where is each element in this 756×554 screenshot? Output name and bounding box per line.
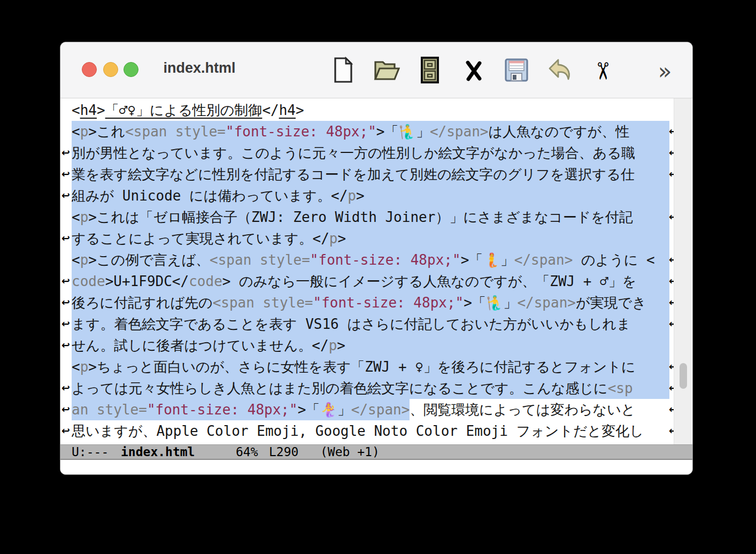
wrap-continuation-left-icon: ↩ xyxy=(61,399,70,420)
buffer-line[interactable]: ↩ます。着色絵文字であることを表す VS16 はさらに付記しておいた方がいいかも… xyxy=(60,313,692,335)
wrap-continuation-left-icon: ↩ xyxy=(61,335,70,356)
buffer-line[interactable]: ↩後ろに付記すれば先の<span style="font-size: 48px;… xyxy=(60,292,692,313)
toolbar: ✂ » xyxy=(330,56,659,86)
buffer-line[interactable]: ↩業を表す絵文字などに性別を付記するコードを加えて別姓の絵文字のグリフを選択する… xyxy=(60,164,692,185)
buffer-line-text: <p>この例で言えば、<span style="font-size: 48px;… xyxy=(72,249,669,271)
undo-arrow-icon xyxy=(547,58,572,84)
buffer-line[interactable]: ↩せん。試しに後者はつけていません。</p> xyxy=(60,335,692,356)
scrollbar-thumb[interactable] xyxy=(680,363,687,389)
buffer-line[interactable]: ↩an style="font-size: 48px;">「🧜‍♀」</span… xyxy=(60,399,692,420)
buffer-line[interactable]: ↩code>U+1F9DC</code> のみなら一般にイメージする人魚なのです… xyxy=(60,271,692,292)
chevron-double-right-icon: » xyxy=(658,58,672,84)
dired-button[interactable] xyxy=(417,57,442,85)
cut-button[interactable]: ✂ xyxy=(590,57,615,85)
buffer-line[interactable]: <p>これ<span style="font-size: 48px;">「🧜‍♂… xyxy=(60,121,692,142)
wrap-continuation-left-icon: ↩ xyxy=(61,185,70,206)
buffer-line[interactable]: ↩組みが Unicode には備わっています。</p> xyxy=(60,185,692,206)
new-file-icon xyxy=(331,57,356,86)
buffer-line-text: 業を表す絵文字などに性別を付記するコードを加えて別姓の絵文字のグリフを選択する仕 xyxy=(72,164,669,185)
buffer-line[interactable]: <p>この例で言えば、<span style="font-size: 48px;… xyxy=(60,249,692,271)
emacs-window: index.html xyxy=(60,42,693,475)
wrap-continuation-left-icon: ↩ xyxy=(61,164,70,185)
undo-button[interactable] xyxy=(547,57,572,85)
editor-buffer[interactable]: <h4>「♂♀」による性別の制御</h4><p>これ<span style="f… xyxy=(60,98,692,474)
open-folder-icon xyxy=(373,58,400,84)
buffer-line-text: 別が男性となっています。このように元々一方の性別しか絵文字がなかった場合、ある職 xyxy=(72,142,669,164)
echo-area[interactable] xyxy=(60,460,692,474)
wrap-continuation-left-icon: ↩ xyxy=(61,378,70,399)
buffer-line-text: <p>これ<span style="font-size: 48px;">「🧜‍♂… xyxy=(72,121,669,142)
buffer-line-text: <p>これは「ゼロ幅接合子（ZWJ: Zero Width Joiner）」にさ… xyxy=(72,206,669,228)
zoom-window-button[interactable] xyxy=(124,62,138,77)
buffer-line[interactable]: ↩よっては元々女性らしき人魚とはまた別の着色絵文字になることです。こんな感じに<… xyxy=(60,378,692,399)
buffer-line[interactable]: ↩思いますが、Apple Color Emoji, Google Noto Co… xyxy=(60,420,692,442)
buffer-line[interactable]: <p>これは「ゼロ幅接合子（ZWJ: Zero Width Joiner）」にさ… xyxy=(60,206,692,228)
buffer-line-text: an style="font-size: 48px;">「🧜‍♀」</span>… xyxy=(72,399,669,420)
scissors-icon: ✂ xyxy=(591,61,615,81)
buffer-line[interactable]: ↩することによって実現されています。</p> xyxy=(60,228,692,249)
close-window-button[interactable] xyxy=(82,62,97,77)
buffer-line-text: <h4>「♂♀」による性別の制御</h4> xyxy=(72,99,669,121)
buffer-line[interactable]: <p>ちょっと面白いのが、さらに女性を表す「ZWJ + ♀」を後ろに付記するとフ… xyxy=(60,356,692,378)
modeline-line-number: L290 xyxy=(269,445,298,459)
modeline-filename[interactable]: index.html xyxy=(121,445,195,459)
modeline-major-mode[interactable]: (Web +1) xyxy=(320,445,380,459)
buffer-lines: <h4>「♂♀」による性別の制御</h4><p>これ<span style="f… xyxy=(60,99,692,442)
buffer-line-text: 組みが Unicode には備わっています。</p> xyxy=(72,185,669,206)
close-buffer-button[interactable] xyxy=(460,57,485,85)
title-bar: index.html xyxy=(60,42,692,98)
buffer-line-text: 思いますが、Apple Color Emoji, Google Noto Col… xyxy=(72,420,669,442)
modeline-percent: 64% xyxy=(236,445,258,459)
buffer-line-text: code>U+1F9DC</code> のみなら一般にイメージする人魚なのですが… xyxy=(72,271,669,292)
file-cabinet-icon xyxy=(419,57,441,86)
scrollbar-track[interactable] xyxy=(674,98,691,444)
wrap-continuation-left-icon: ↩ xyxy=(61,292,70,313)
buffer-line-text: よっては元々女性らしき人魚とはまた別の着色絵文字になることです。こんな感じに<s… xyxy=(72,378,669,399)
modeline-coding: U:--- xyxy=(72,445,109,459)
buffer-line-text: ます。着色絵文字であることを表す VS16 はさらに付記しておいた方がいいかもし… xyxy=(72,313,669,335)
floppy-save-icon xyxy=(504,57,529,85)
save-buffer-button[interactable] xyxy=(504,57,529,85)
wrap-continuation-left-icon: ↩ xyxy=(61,313,70,335)
toolbar-overflow-button[interactable]: » xyxy=(634,57,659,85)
buffer-line-text: 後ろに付記すれば先の<span style="font-size: 48px;"… xyxy=(72,292,669,313)
wrap-continuation-left-icon: ↩ xyxy=(61,228,70,249)
buffer-line-text: せん。試しに後者はつけていません。</p> xyxy=(72,335,669,356)
buffer-line[interactable]: ↩別が男性となっています。このように元々一方の性別しか絵文字がなかった場合、ある… xyxy=(60,142,692,164)
window-title: index.html xyxy=(146,60,253,76)
buffer-line[interactable]: <h4>「♂♀」による性別の制御</h4> xyxy=(60,99,692,121)
wrap-continuation-left-icon: ↩ xyxy=(61,420,70,442)
mode-line[interactable]: U:--- index.html 64% L290 (Web +1) xyxy=(60,444,692,460)
buffer-line-text: することによって実現されています。</p> xyxy=(72,228,669,249)
wrap-continuation-left-icon: ↩ xyxy=(61,271,70,292)
minimize-window-button[interactable] xyxy=(103,62,118,77)
wrap-continuation-left-icon: ↩ xyxy=(61,142,70,164)
buffer-line-text: <p>ちょっと面白いのが、さらに女性を表す「ZWJ + ♀」を後ろに付記するとフ… xyxy=(72,356,669,378)
open-file-button[interactable] xyxy=(374,57,399,85)
new-file-button[interactable] xyxy=(330,57,356,85)
close-x-icon xyxy=(462,58,484,84)
